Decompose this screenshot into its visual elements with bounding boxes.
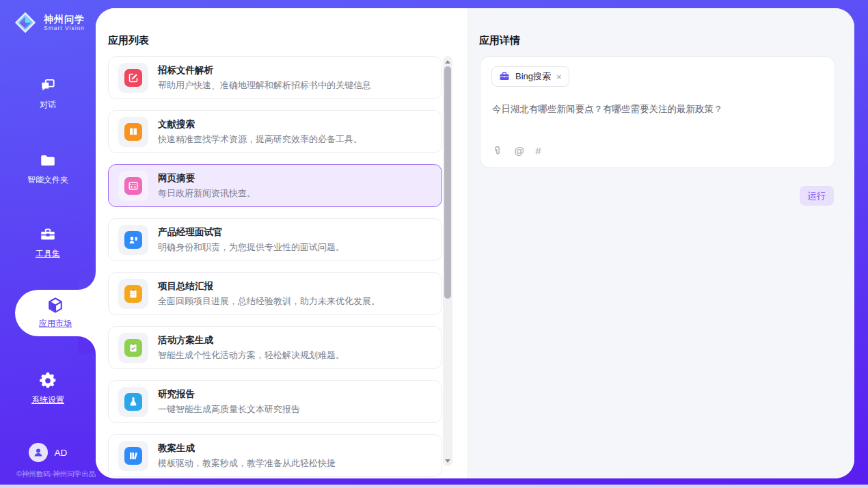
app-card-lesson-plan[interactable]: 教案生成 模板驱动，教案秒成，教学准备从此轻松快捷: [108, 434, 442, 477]
app-card-desc: 明确身份和职责，为您提供专业性的面试问题。: [158, 241, 344, 254]
app-icon-box: [118, 225, 148, 255]
scroll-down-icon[interactable]: [443, 456, 452, 465]
app-card-web-summary[interactable]: 网页摘要 每日政府新闻资讯快查。: [108, 164, 442, 207]
app-card-list: 招标文件解析 帮助用户快速、准确地理解和解析招标书中的关键信息: [108, 56, 442, 478]
sidebar-item-chat[interactable]: 对话: [0, 77, 96, 111]
app-card-desc: 每日政府新闻资讯快查。: [158, 187, 256, 200]
chip-close-icon[interactable]: ×: [556, 72, 562, 82]
app-icon-box: [118, 63, 148, 93]
brand-logo: 神州问学 Smart Vision: [12, 10, 85, 36]
app-icon-box: [118, 441, 148, 471]
app-card-desc: 全面回顾项目进展，总结经验教训，助力未来优化发展。: [158, 295, 380, 308]
edit-square-icon: [124, 69, 142, 87]
interviewer-icon: [124, 231, 142, 249]
app-icon-box: [118, 387, 148, 417]
paperclip-icon[interactable]: [492, 146, 503, 157]
sidebar-item-label: 系统设置: [31, 394, 64, 406]
report-note-icon: [124, 285, 142, 303]
app-card-event-plan[interactable]: 活动方案生成 智能生成个性化活动方案，轻松解决规划难题。: [108, 326, 442, 369]
tool-chip-bing-search[interactable]: Bing搜索 ×: [491, 66, 569, 87]
app-card-desc: 快速精准查找学术资源，提高研究效率的必备工具。: [158, 133, 362, 146]
book-icon: [124, 123, 142, 141]
app-icon-box: [118, 171, 148, 201]
clipboard-check-icon: [124, 339, 142, 357]
app-list-title: 应用列表: [108, 34, 149, 47]
app-detail-title: 应用详情: [479, 34, 520, 47]
flask-icon: [124, 393, 142, 411]
app-icon-box: [118, 279, 148, 309]
sidebar-item-label: 工具集: [36, 248, 60, 260]
app-icon-box: [118, 333, 148, 363]
user-account[interactable]: AD: [0, 443, 96, 462]
sidebar-item-settings[interactable]: 系统设置: [0, 372, 96, 406]
sidebar-item-app-market[interactable]: 应用市场: [15, 290, 96, 336]
sidebar-item-label: 智能文件夹: [27, 174, 68, 186]
sidebar-item-label: 对话: [40, 99, 56, 111]
toolbox-icon: [39, 226, 57, 243]
sidebar-item-smart-folder[interactable]: 智能文件夹: [0, 152, 96, 186]
browser-code-icon: [124, 177, 142, 195]
app-card-desc: 模板驱动，教案秒成，教学准备从此轻松快捷: [158, 457, 336, 470]
app-card-pm-interviewer[interactable]: 产品经理面试官 明确身份和职责，为您提供专业性的面试问题。: [108, 218, 442, 261]
app-card-title: 研究报告: [158, 388, 300, 401]
app-list-panel: 应用列表 招标文件解析 帮助用户快速、准确地理解和解析招标书中的关键信: [96, 8, 467, 478]
composer-toolbar: @ #: [492, 145, 541, 157]
user-initials: AD: [55, 448, 68, 458]
bottom-edge: [0, 485, 868, 488]
scrollbar-thumb[interactable]: [444, 66, 451, 299]
bubble-concave-bottom: [78, 336, 96, 354]
app-card-desc: 帮助用户快速、准确地理解和解析招标书中的关键信息: [158, 79, 371, 92]
brand-name: 神州问学: [44, 14, 85, 25]
app-card-title: 产品经理面试官: [158, 226, 344, 239]
books-icon: [124, 447, 142, 465]
prompt-card: Bing搜索 × 今日湖北有哪些新闻要点？有哪些需要关注的最新政策？ @ #: [480, 56, 835, 168]
app-card-bid-parsing[interactable]: 招标文件解析 帮助用户快速、准确地理解和解析招标书中的关键信息: [108, 56, 442, 99]
app-card-title: 招标文件解析: [158, 64, 371, 77]
scroll-up-icon[interactable]: [443, 57, 452, 66]
copyright-text: ©神州数码·神州问学出品: [16, 470, 96, 479]
person-icon: [33, 447, 44, 458]
brand-tagline: Smart Vision: [44, 25, 85, 31]
sidebar-item-label: 应用市场: [39, 318, 72, 329]
app-card-title: 网页摘要: [158, 172, 256, 185]
app-card-desc: 一键智能生成高质量长文本研究报告: [158, 403, 300, 416]
bubble-concave-top: [78, 272, 96, 290]
app-card-literature-search[interactable]: 文献搜索 快速精准查找学术资源，提高研究效率的必备工具。: [108, 110, 442, 153]
hash-icon[interactable]: #: [535, 145, 541, 157]
app-card-title: 项目总结汇报: [158, 280, 380, 293]
app-detail-panel: 应用详情 Bing搜索 × 今日湖北有哪些新闻要点？有哪些需要关注的最新政策？: [467, 8, 854, 478]
app-window: 神州问学 Smart Vision 对话 智能文件夹 工具集: [0, 0, 868, 488]
main-content: 应用列表 招标文件解析 帮助用户快速、准确地理解和解析招标书中的关键信: [96, 8, 854, 478]
app-icon-box: [118, 117, 148, 147]
app-card-desc: 智能生成个性化活动方案，轻松解决规划难题。: [158, 349, 344, 362]
sidebar-item-toolset[interactable]: 工具集: [0, 226, 96, 260]
chat-icon: [39, 77, 57, 94]
scrollbar[interactable]: [443, 56, 452, 466]
mention-icon[interactable]: @: [514, 145, 524, 157]
run-button[interactable]: 运行: [800, 186, 834, 206]
briefcase-icon: [499, 71, 510, 82]
app-card-title: 活动方案生成: [158, 334, 344, 347]
gear-icon: [39, 372, 57, 390]
app-card-project-summary[interactable]: 项目总结汇报 全面回顾项目进展，总结经验教训，助力未来优化发展。: [108, 272, 442, 315]
sidebar: 神州问学 Smart Vision 对话 智能文件夹 工具集: [0, 0, 96, 488]
cube-icon: [46, 296, 65, 315]
app-card-title: 文献搜索: [158, 118, 362, 131]
folder-icon: [39, 152, 57, 170]
avatar: [29, 443, 48, 462]
tool-chip-label: Bing搜索: [515, 70, 551, 83]
app-card-title: 教案生成: [158, 442, 336, 455]
diamond-logo-icon: [12, 10, 38, 36]
app-card-research-report[interactable]: 研究报告 一键智能生成高质量长文本研究报告: [108, 380, 442, 423]
query-input[interactable]: 今日湖北有哪些新闻要点？有哪些需要关注的最新政策？: [492, 103, 824, 116]
